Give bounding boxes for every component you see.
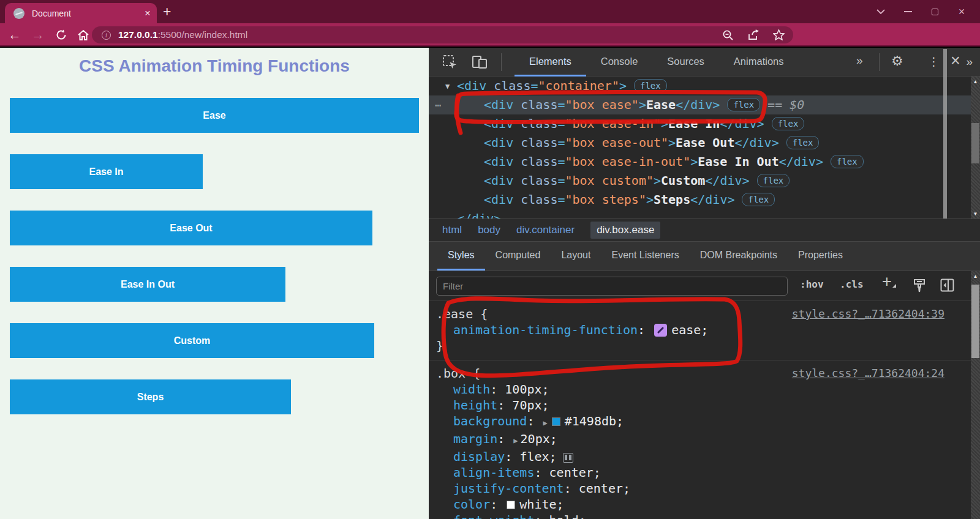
minimize-button[interactable] (903, 7, 913, 17)
home-button[interactable] (74, 23, 93, 47)
rule-selector[interactable]: .ease (436, 307, 473, 321)
devtools-menu-icon[interactable]: ⋮ (928, 54, 940, 69)
settings-gear-icon[interactable]: ⚙ (891, 53, 903, 69)
tree-row-container[interactable]: ▼<div class="container">flex (429, 77, 971, 95)
inspect-element-icon[interactable] (442, 54, 458, 70)
new-style-rule-button[interactable]: + (882, 272, 892, 291)
url-text[interactable]: 127.0.0.1:5500/new/index.html (118, 29, 709, 40)
color-swatch[interactable] (552, 417, 560, 426)
declaration-align-items[interactable]: align-items: center; (436, 465, 980, 480)
stylesheet-source-link[interactable]: style.css?_…71362404:39 (792, 307, 944, 320)
demo-box-label: Ease Out (170, 223, 212, 234)
page-title: CSS Animation Timing Functions (0, 56, 429, 76)
scroll-down-icon[interactable]: ▼ (971, 209, 980, 218)
share-icon[interactable] (747, 29, 760, 40)
toolbar-divider (501, 53, 502, 71)
declaration-width[interactable]: width: 100px; (436, 381, 980, 397)
tree-row-box-ease-out[interactable]: <div class="box ease-out">Ease Out</div>… (429, 133, 971, 152)
tab-layout[interactable]: Layout (551, 242, 601, 271)
breadcrumb-div-box-ease[interactable]: div.box.ease (590, 222, 660, 239)
tab-animations[interactable]: Animations (719, 48, 799, 77)
device-toolbar-icon[interactable] (472, 54, 488, 70)
flex-badge[interactable]: flex (742, 193, 775, 206)
flex-badge[interactable]: flex (831, 155, 864, 168)
tree-row-box-ease[interactable]: ⋯<div class="box ease">Ease</div>flex== … (429, 95, 971, 114)
color-swatch[interactable] (507, 501, 515, 509)
tree-row-box-custom[interactable]: <div class="box custom">Custom</div>flex (429, 171, 971, 190)
declaration-animation-timing-function[interactable]: animation-timing-function: ease; (436, 322, 980, 338)
stylesheet-source-link[interactable]: style.css?_…71362404:24 (792, 367, 944, 379)
scrollbar-thumb[interactable] (971, 123, 979, 163)
tab-styles[interactable]: Styles (437, 242, 485, 271)
back-button[interactable]: ← (5, 23, 24, 47)
breadcrumb-div-container[interactable]: div.container (516, 224, 575, 236)
scrollbar-thumb[interactable] (971, 285, 979, 358)
devtools-close-icon[interactable]: × (951, 53, 960, 69)
forward-button[interactable]: → (28, 23, 48, 47)
disclosure-triangle-icon[interactable]: ▼ (445, 77, 450, 96)
reload-button[interactable] (51, 23, 71, 47)
toggle-hover-state-button[interactable]: :hov (800, 278, 824, 290)
demo-box-label: Custom (174, 335, 211, 346)
maximize-button[interactable] (930, 7, 940, 17)
scroll-up-icon[interactable]: ▲ (971, 77, 980, 86)
flex-editor-icon[interactable] (563, 453, 573, 463)
declaration-background[interactable]: background: ▶#1498db; (436, 413, 980, 431)
flex-badge[interactable]: flex (634, 79, 667, 92)
tab-computed[interactable]: Computed (485, 242, 551, 271)
tree-scrollbar[interactable]: ▲ ▼ (971, 77, 980, 218)
browser-tab[interactable]: Document × (5, 3, 157, 23)
expand-shorthand-icon[interactable]: ▶ (543, 419, 548, 427)
declaration-height[interactable]: height: 70px; (436, 397, 980, 413)
scroll-up-icon[interactable]: ▲ (971, 271, 980, 281)
tab-properties[interactable]: Properties (788, 242, 853, 271)
address-bar[interactable]: i 127.0.0.1:5500/new/index.html (92, 26, 793, 43)
tab-sources[interactable]: Sources (652, 48, 719, 77)
tree-row-code: <div class="box ease">Ease</div> (429, 97, 720, 112)
tree-scrollbar-thumb[interactable] (943, 49, 947, 247)
open-brace: { (473, 307, 488, 321)
declaration-color[interactable]: color: white; (436, 496, 980, 512)
content-area: CSS Animation Timing Functions EaseEase … (0, 48, 980, 519)
declaration-font-weight[interactable]: font-weight: bold; (436, 512, 980, 519)
flex-badge[interactable]: flex (757, 174, 790, 187)
css-property-value: center (549, 465, 594, 480)
rule-selector[interactable]: .box (436, 366, 466, 381)
breadcrumb-html[interactable]: html (442, 224, 462, 236)
flex-badge[interactable]: flex (786, 136, 820, 149)
tab-search-chevron-icon[interactable] (876, 7, 886, 17)
breadcrumb-body[interactable]: body (478, 224, 500, 236)
styles-filter-input[interactable] (436, 277, 788, 296)
styles-scrollbar[interactable]: ▲ (971, 271, 980, 519)
rendering-brush-icon[interactable] (913, 278, 926, 293)
tree-row-code: <div class="box steps">Steps</div> (429, 192, 734, 207)
bezier-curve-icon[interactable] (654, 324, 667, 337)
new-tab-button[interactable]: + (163, 4, 171, 20)
tab-dom-breakpoints[interactable]: DOM Breakpoints (690, 242, 788, 271)
tree-row-box-ease-in[interactable]: <div class="box ease-in">Ease In</div>fl… (429, 114, 971, 133)
declaration-justify-content[interactable]: justify-content: center; (436, 480, 980, 496)
tree-row-box-ease-in-out[interactable]: <div class="box ease-in-out">Ease In Out… (429, 152, 971, 171)
expand-shorthand-icon[interactable]: ▶ (513, 436, 518, 445)
zoom-indicator-icon[interactable] (722, 29, 734, 41)
window-close-button[interactable]: × (957, 7, 967, 17)
declaration-margin[interactable]: margin: ▶20px; (436, 431, 980, 449)
css-property-name: width (453, 382, 490, 397)
computed-sidebar-toggle-icon[interactable] (940, 278, 954, 292)
tree-row-close-div[interactable]: </div> (429, 209, 971, 218)
site-info-icon[interactable]: i (102, 31, 111, 40)
overflow-menu-dots-icon[interactable]: ⋯ (435, 95, 441, 114)
tab-elements[interactable]: Elements (514, 48, 586, 77)
tree-row-box-steps[interactable]: <div class="box steps">Steps</div>flex (429, 190, 971, 209)
tab-event-listeners[interactable]: Event Listeners (601, 242, 689, 271)
tab-console[interactable]: Console (586, 48, 653, 77)
bookmark-star-icon[interactable] (773, 29, 785, 40)
toggle-class-button[interactable]: .cls (840, 278, 864, 290)
more-tabs-icon[interactable]: » (856, 54, 863, 67)
more-style-tabs-icon[interactable]: » (966, 55, 973, 69)
tab-close-icon[interactable]: × (145, 8, 151, 18)
flex-badge[interactable]: flex (772, 117, 805, 130)
declaration-display[interactable]: display: flex; (436, 449, 980, 465)
devtools-panel: ElementsConsoleSourcesAnimations » ⚙ ⋮ ×… (429, 48, 980, 519)
flex-badge[interactable]: flex (727, 98, 760, 111)
